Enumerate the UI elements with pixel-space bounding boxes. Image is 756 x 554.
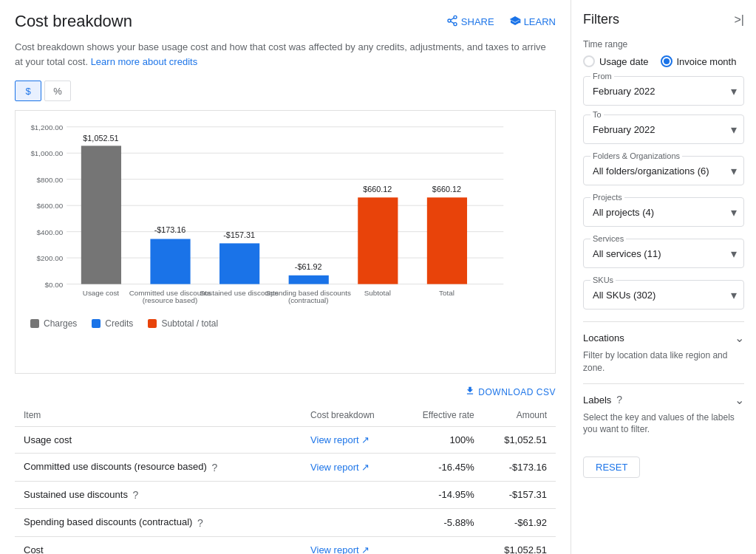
- item-committed: Committed use discounts (resource based)…: [15, 454, 302, 482]
- charges-legend-label: Charges: [44, 318, 77, 329]
- projects-select[interactable]: All projects (4): [583, 197, 744, 227]
- svg-text:(contractual): (contractual): [288, 296, 329, 304]
- col-cost-breakdown: Cost breakdown: [302, 404, 400, 427]
- help-icon-committed[interactable]: ?: [211, 462, 217, 473]
- percent-button[interactable]: %: [44, 81, 71, 101]
- skus-select-wrap: SKUs All SKUs (302) ▾: [583, 280, 744, 310]
- col-item: Item: [15, 404, 302, 427]
- item-cost: Cost: [15, 536, 302, 554]
- rate-sustained: -14.95%: [400, 481, 483, 509]
- header-actions: SHARE LEARN: [446, 15, 556, 29]
- locations-title: Locations: [583, 332, 624, 343]
- usage-cost-bar: [81, 146, 121, 284]
- labels-desc: Select the key and values of the labels …: [583, 411, 744, 437]
- main-content: Cost breakdown SHARE LEARN Cost breakdow…: [0, 0, 571, 554]
- reset-button[interactable]: RESET: [583, 456, 640, 478]
- total-bar: [427, 197, 467, 284]
- labels-section: Labels ? ⌄ Select the key and values of …: [583, 383, 744, 445]
- skus-label: SKUs: [590, 276, 616, 284]
- labels-help-icon[interactable]: ?: [616, 394, 622, 406]
- item-sustained: Sustained use discounts ?: [15, 481, 302, 509]
- svg-point-2: [454, 22, 457, 25]
- learn-more-link[interactable]: Learn more about credits: [91, 56, 198, 67]
- table-row: Sustained use discounts ? -14.95% -$157.…: [15, 481, 556, 509]
- legend-charges: Charges: [30, 318, 77, 329]
- external-link-icon: ↗: [361, 434, 370, 445]
- learn-link[interactable]: LEARN: [509, 15, 556, 29]
- download-icon: [465, 386, 475, 398]
- folders-label: Folders & Organizations: [590, 151, 682, 160]
- usage-date-label: Usage date: [599, 56, 649, 67]
- chart-controls: $ %: [15, 81, 556, 101]
- to-select[interactable]: February 2022: [583, 114, 744, 144]
- svg-text:$0.00: $0.00: [45, 281, 64, 289]
- labels-header[interactable]: Labels ? ⌄: [583, 393, 744, 407]
- charges-legend-dot: [30, 319, 39, 328]
- services-select[interactable]: All services (11): [583, 239, 744, 268]
- amount-cost: $1,052.51: [483, 536, 556, 554]
- services-label: Services: [590, 234, 626, 243]
- svg-text:-$157.31: -$157.31: [223, 230, 255, 239]
- item-spending: Spending based discounts (contractual) ?: [15, 509, 302, 537]
- download-csv-button[interactable]: DOWNLOAD CSV: [465, 386, 556, 398]
- from-label: From: [590, 72, 614, 81]
- time-range-radio-group: Usage date Invoice month: [583, 55, 744, 67]
- svg-text:Total: Total: [439, 289, 454, 297]
- share-link[interactable]: SHARE: [446, 15, 494, 29]
- svg-text:$600.00: $600.00: [37, 202, 64, 210]
- usage-date-radio[interactable]: Usage date: [583, 55, 649, 67]
- currency-button[interactable]: $: [15, 81, 41, 101]
- labels-chevron-icon: ⌄: [735, 393, 744, 407]
- folders-select[interactable]: All folders/organizations (6): [583, 156, 744, 185]
- help-icon-sustained[interactable]: ?: [133, 489, 139, 501]
- svg-text:$1,200.00: $1,200.00: [30, 123, 63, 131]
- usage-date-radio-circle: [583, 55, 595, 67]
- table-row: Cost View report ↗ $1,052.51: [15, 536, 556, 554]
- to-label: To: [590, 110, 604, 119]
- credits-legend-dot: [92, 319, 101, 328]
- labels-title: Labels ?: [583, 394, 622, 406]
- view-report-usage-link[interactable]: View report ↗: [310, 434, 370, 445]
- svg-text:$400.00: $400.00: [37, 228, 64, 236]
- table-row: Usage cost View report ↗ 100% $1,052.51: [15, 427, 556, 454]
- svg-text:$200.00: $200.00: [37, 254, 64, 262]
- sidebar-title: Filters: [583, 12, 619, 27]
- spending-discount-bar: [289, 276, 329, 284]
- table-section: DOWNLOAD CSV Item Cost breakdown Effecti…: [15, 386, 556, 554]
- help-icon-spending[interactable]: ?: [197, 517, 203, 529]
- rate-cost: [400, 536, 483, 554]
- svg-text:$800.00: $800.00: [37, 176, 64, 184]
- subtotal-legend-label: Subtotal / total: [161, 318, 218, 329]
- external-link-icon: ↗: [361, 544, 370, 554]
- svg-text:(resource based): (resource based): [143, 296, 197, 304]
- cost-breakdown-cost: View report ↗: [302, 536, 400, 554]
- col-effective-rate: Effective rate: [400, 404, 483, 427]
- sidebar-close-button[interactable]: >|: [735, 13, 745, 27]
- time-range-label: Time range: [583, 39, 744, 49]
- svg-text:$1,000.00: $1,000.00: [30, 149, 63, 157]
- invoice-month-radio-circle: [661, 55, 672, 67]
- locations-section: Locations ⌄ Filter by location data like…: [583, 321, 744, 383]
- table-row: Spending based discounts (contractual) ?…: [15, 509, 556, 537]
- skus-section: SKUs All SKUs (302) ▾: [583, 280, 744, 310]
- legend-credits: Credits: [92, 318, 133, 329]
- page-title: Cost breakdown: [15, 12, 132, 31]
- to-select-wrap: To February 2022 ▾: [583, 114, 744, 144]
- skus-select[interactable]: All SKUs (302): [583, 280, 744, 310]
- folders-select-wrap: Folders & Organizations All folders/orga…: [583, 156, 744, 185]
- chart-legend: Charges Credits Subtotal / total: [23, 312, 518, 329]
- locations-desc: Filter by location data like region and …: [583, 349, 744, 375]
- share-icon: [446, 15, 458, 29]
- view-report-committed-link[interactable]: View report ↗: [310, 462, 370, 473]
- services-select-wrap: Services All services (11) ▾: [583, 239, 744, 268]
- cost-breakdown-sustained: [302, 481, 400, 509]
- locations-header[interactable]: Locations ⌄: [583, 331, 744, 345]
- projects-label: Projects: [590, 193, 624, 202]
- invoice-month-radio[interactable]: Invoice month: [661, 55, 737, 67]
- time-range-section: Time range Usage date Invoice month From…: [583, 39, 744, 144]
- credits-legend-label: Credits: [105, 318, 133, 329]
- subtotal-bar: [358, 197, 398, 284]
- svg-text:-$61.92: -$61.92: [295, 262, 322, 271]
- from-select[interactable]: February 2022: [583, 76, 744, 106]
- view-report-cost-link[interactable]: View report ↗: [310, 544, 370, 554]
